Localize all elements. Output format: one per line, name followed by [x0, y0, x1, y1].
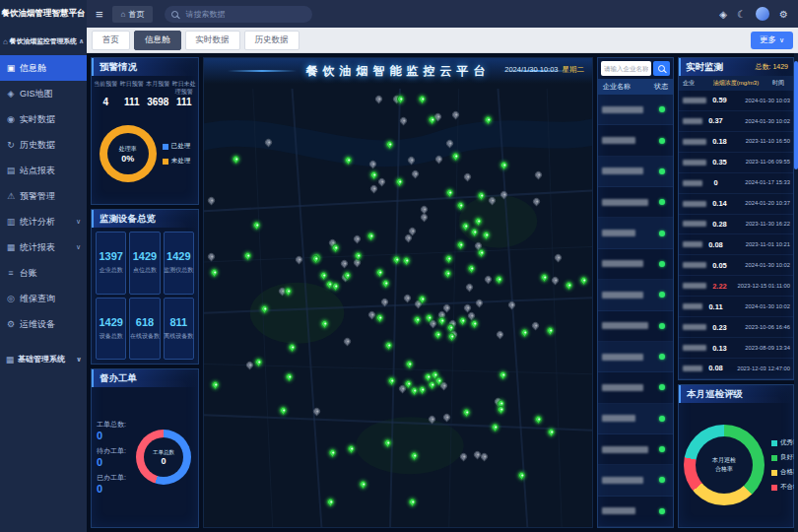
map-pin-green[interactable]: [210, 267, 220, 277]
map-pin-green[interactable]: [375, 268, 385, 278]
map-pin-gray[interactable]: [380, 298, 390, 307]
map-pin-green[interactable]: [260, 303, 270, 313]
map-pin-green[interactable]: [579, 276, 589, 286]
map-pin-green[interactable]: [285, 372, 295, 382]
map-pin-green[interactable]: [410, 451, 420, 461]
map-pin-green[interactable]: [418, 384, 428, 394]
map-pin-green[interactable]: [546, 427, 556, 436]
map-pin-green[interactable]: [380, 279, 390, 289]
map-pin-green[interactable]: [458, 315, 468, 325]
sidebar-item[interactable]: ▥ 统计分析 ∨: [0, 209, 87, 234]
map-pin-gray[interactable]: [463, 172, 473, 182]
map-pin-green[interactable]: [460, 222, 470, 232]
map-pin-green[interactable]: [476, 248, 486, 258]
company-search-input[interactable]: [601, 61, 651, 76]
map-pin-green[interactable]: [413, 314, 423, 324]
map-pin-green[interactable]: [278, 405, 288, 415]
table-row[interactable]: 0.08 2023-12-03 12:47:00: [679, 359, 793, 379]
map-pin-green[interactable]: [517, 470, 527, 480]
map-pin-gray[interactable]: [311, 407, 321, 417]
company-search-button[interactable]: [653, 61, 670, 76]
map-pin-green[interactable]: [498, 370, 507, 380]
map-pin-gray[interactable]: [353, 234, 363, 244]
map-pin-gray[interactable]: [342, 337, 352, 347]
map-pin-gray[interactable]: [459, 452, 469, 462]
tab[interactable]: 历史数据: [244, 31, 299, 50]
map-pin-gray[interactable]: [340, 259, 350, 269]
table-row[interactable]: 0.23 2023-10-06 16:46: [679, 317, 793, 338]
map-pin-gray[interactable]: [434, 154, 444, 164]
map-pin-green[interactable]: [331, 282, 341, 292]
company-row[interactable]: [598, 404, 673, 434]
map-pin-green[interactable]: [491, 422, 500, 432]
map-pin-gray[interactable]: [499, 189, 509, 199]
map-pin-gray[interactable]: [419, 213, 429, 223]
gear-icon[interactable]: ⚙: [779, 9, 788, 20]
sidebar-item[interactable]: ◎ 维保查询: [0, 286, 87, 311]
map-pin-green[interactable]: [409, 386, 419, 396]
tab[interactable]: 实时数据: [185, 31, 240, 50]
map-pin-green[interactable]: [384, 139, 394, 149]
map-pin-green[interactable]: [455, 240, 465, 250]
map-pin-gray[interactable]: [465, 282, 475, 292]
sidebar-item[interactable]: ◈ GIS地图: [0, 81, 87, 106]
map-pin-green[interactable]: [358, 479, 367, 489]
table-row[interactable]: 0.59 2024-01-30 10:03: [679, 91, 793, 111]
company-row[interactable]: [598, 187, 673, 218]
tab[interactable]: 信息舱: [134, 31, 181, 50]
map-pin-gray[interactable]: [483, 275, 493, 285]
map-pin-green[interactable]: [436, 316, 446, 326]
map-pin-green[interactable]: [483, 115, 493, 125]
map-pin-gray[interactable]: [553, 252, 563, 262]
map-pin-gray[interactable]: [206, 251, 216, 261]
gis-map[interactable]: 餐饮油烟智能监控云平台 2024/1/30 10:03 星期二: [203, 57, 593, 528]
map-pin-gray[interactable]: [407, 155, 417, 165]
map-pin-gray[interactable]: [245, 361, 255, 370]
map-pin-green[interactable]: [482, 231, 492, 240]
map-pin-green[interactable]: [254, 357, 264, 366]
map-pin-green[interactable]: [417, 95, 427, 104]
company-row[interactable]: [598, 157, 673, 187]
map-pin-green[interactable]: [283, 287, 293, 297]
map-pin-green[interactable]: [404, 360, 414, 369]
map-pin-gray[interactable]: [451, 110, 461, 120]
map-pin-green[interactable]: [455, 201, 465, 211]
table-row[interactable]: 0.08 2023-11-01 10:21: [679, 234, 793, 255]
page-scrollbar[interactable]: [794, 53, 798, 532]
map-pin-green[interactable]: [445, 187, 455, 197]
map-pin-green[interactable]: [443, 268, 453, 278]
sidebar-item[interactable]: ▤ 站点报表: [0, 158, 87, 183]
map-pin-green[interactable]: [232, 155, 241, 165]
map-pin-green[interactable]: [401, 256, 411, 266]
map-pin-gray[interactable]: [532, 196, 542, 206]
map-pin-green[interactable]: [444, 253, 454, 263]
tab[interactable]: 首页: [92, 31, 130, 50]
map-pin-green[interactable]: [382, 438, 392, 448]
company-row[interactable]: [598, 342, 673, 372]
map-pin-gray[interactable]: [480, 452, 490, 462]
map-pin-green[interactable]: [375, 312, 385, 322]
map-pin-gray[interactable]: [398, 116, 408, 126]
map-pin-gray[interactable]: [488, 195, 498, 205]
company-row[interactable]: [598, 497, 673, 527]
map-pin-gray[interactable]: [369, 184, 379, 194]
map-pin-green[interactable]: [384, 341, 394, 351]
map-pin-gray[interactable]: [402, 293, 412, 302]
company-row[interactable]: [598, 125, 673, 156]
map-pin-gray[interactable]: [550, 275, 560, 285]
sidebar-item[interactable]: ▦ 统计报表 ∨: [0, 234, 87, 260]
company-row[interactable]: [598, 280, 673, 310]
map-pin-green[interactable]: [546, 326, 556, 336]
map-pin-green[interactable]: [243, 250, 253, 260]
map-pin-gray[interactable]: [427, 415, 436, 425]
company-row[interactable]: [598, 311, 673, 342]
map-pin-green[interactable]: [433, 330, 443, 340]
map-pin-green[interactable]: [319, 270, 329, 280]
map-pin-green[interactable]: [462, 407, 472, 417]
map-pin-gray[interactable]: [445, 138, 455, 148]
map-pin-green[interactable]: [394, 177, 404, 187]
map-pin-green[interactable]: [495, 275, 504, 285]
table-row[interactable]: 0.14 2024-01-20 10:37: [679, 194, 793, 215]
sidebar-item[interactable]: ≡ 台账: [0, 260, 87, 286]
map-pin-gray[interactable]: [495, 329, 504, 339]
